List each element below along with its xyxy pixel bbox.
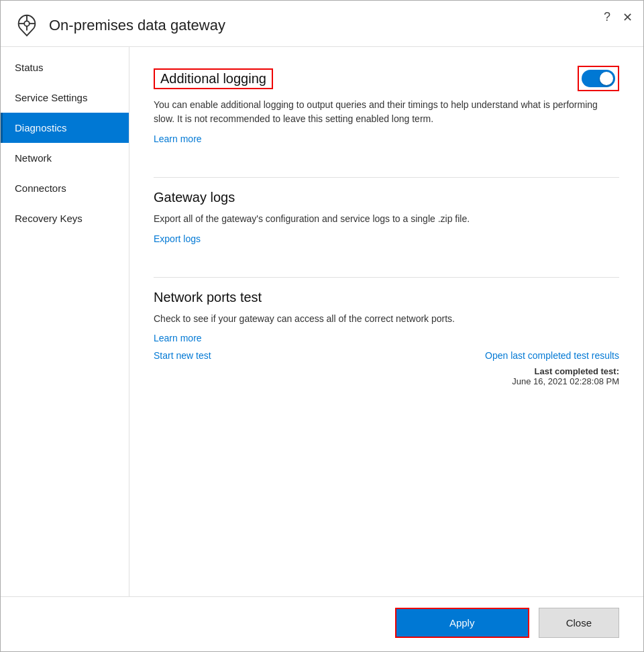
export-logs-link[interactable]: Export logs	[154, 233, 201, 244]
network-ports-title: Network ports test	[154, 290, 262, 305]
sidebar: Status Service Settings Diagnostics Netw…	[1, 47, 129, 596]
main-window: On-premises data gateway ? ✕ Status Serv…	[0, 0, 644, 652]
last-completed-info: Last completed test: June 16, 2021 02:28…	[154, 366, 619, 386]
divider-1	[154, 177, 619, 178]
gateway-logs-title: Gateway logs	[154, 190, 235, 205]
additional-logging-toggle-container	[578, 66, 619, 91]
additional-logging-learn-more[interactable]: Learn more	[154, 133, 202, 144]
sidebar-item-status[interactable]: Status	[1, 52, 129, 83]
start-new-test-link[interactable]: Start new test	[154, 350, 211, 361]
additional-logging-header: Additional logging	[154, 66, 619, 91]
content-area: Additional logging You can enable additi…	[129, 47, 643, 596]
gateway-icon	[14, 13, 40, 38]
gateway-logs-desc: Export all of the gateway's configuratio…	[154, 212, 619, 226]
network-ports-header: Network ports test	[154, 290, 619, 305]
help-button[interactable]: ?	[604, 10, 610, 25]
close-button-footer[interactable]: Close	[539, 608, 619, 638]
title-bar: On-premises data gateway ? ✕	[1, 1, 643, 47]
network-ports-links-row: Start new test Open last completed test …	[154, 350, 619, 361]
apply-button[interactable]: Apply	[395, 608, 529, 638]
last-completed-value: June 16, 2021 02:28:08 PM	[512, 376, 619, 386]
additional-logging-toggle[interactable]	[582, 70, 615, 87]
open-last-results-link[interactable]: Open last completed test results	[485, 350, 619, 361]
footer: Apply Close	[1, 596, 643, 651]
sidebar-item-network[interactable]: Network	[1, 143, 129, 173]
gateway-logs-section: Gateway logs Export all of the gateway's…	[154, 190, 619, 245]
additional-logging-desc: You can enable additional logging to out…	[154, 98, 619, 126]
sidebar-item-recovery-keys[interactable]: Recovery Keys	[1, 203, 129, 233]
additional-logging-section: Additional logging You can enable additi…	[154, 66, 619, 145]
window-controls: ? ✕	[604, 10, 633, 25]
divider-2	[154, 277, 619, 278]
svg-point-0	[24, 21, 30, 26]
sidebar-item-service-settings[interactable]: Service Settings	[1, 83, 129, 113]
sidebar-item-connectors[interactable]: Connectors	[1, 173, 129, 203]
gateway-logs-header: Gateway logs	[154, 190, 619, 205]
network-ports-section: Network ports test Check to see if your …	[154, 290, 619, 386]
main-content: Status Service Settings Diagnostics Netw…	[1, 47, 643, 596]
sidebar-item-diagnostics[interactable]: Diagnostics	[1, 113, 129, 143]
network-ports-desc: Check to see if your gateway can access …	[154, 312, 619, 326]
close-button[interactable]: ✕	[623, 10, 633, 25]
toggle-knob	[600, 72, 613, 85]
network-ports-learn-more[interactable]: Learn more	[154, 333, 619, 343]
additional-logging-title: Additional logging	[154, 68, 273, 89]
app-title: On-premises data gateway	[49, 17, 225, 34]
last-completed-label: Last completed test:	[535, 366, 619, 376]
